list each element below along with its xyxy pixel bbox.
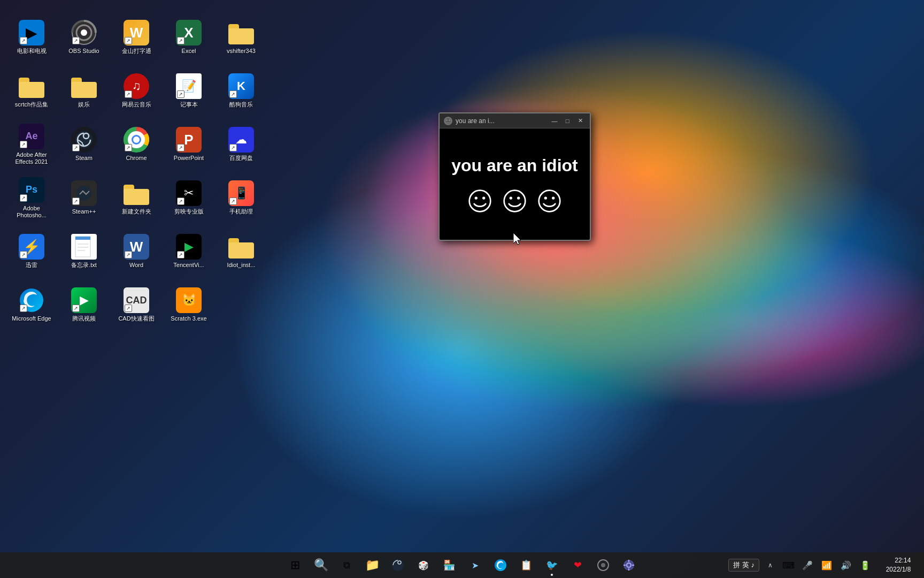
icon-row-1: ▶ ↗ 电影和电视 ↗ OBS Studio W bbox=[5, 11, 267, 64]
tray-volume-button[interactable]: 🔊 bbox=[838, 557, 853, 574]
popup-faces bbox=[468, 189, 561, 213]
icon-wps-typing[interactable]: W ↗ 金山打字通 bbox=[112, 13, 160, 62]
icon-kugou[interactable]: K ↗ 酷狗音乐 bbox=[217, 67, 265, 115]
icon-ps[interactable]: Ps ↗ Adobe Photosho... bbox=[7, 174, 56, 222]
clock-time: 22:14 bbox=[886, 556, 911, 565]
icon-row-5: ⚡ ↗ 迅雷 备忘录.txt W ↗ W bbox=[5, 225, 267, 278]
battery-icon: 🔋 bbox=[860, 560, 871, 571]
icon-tencent-video[interactable]: ▶ ↗ TencentVi... bbox=[165, 227, 213, 276]
svg-point-15 bbox=[445, 118, 451, 124]
icon-scratch-works[interactable]: scrtch作品集 bbox=[7, 67, 56, 115]
icon-cad-label: CAD快速看图 bbox=[118, 315, 154, 322]
icon-notepad-label: 记事本 bbox=[180, 101, 198, 108]
icon-xunlei[interactable]: ⚡ ↗ 迅雷 bbox=[7, 227, 56, 276]
taskbar-steam-button[interactable] bbox=[386, 553, 410, 577]
icon-ae[interactable]: Ae ↗ Adobe After Effects 2021 bbox=[7, 120, 56, 169]
icon-word-label: Word bbox=[129, 262, 143, 269]
icon-ps-label: Adobe Photosho... bbox=[10, 205, 53, 219]
icon-obs-label: OBS Studio bbox=[68, 48, 99, 55]
svg-point-24 bbox=[539, 190, 560, 211]
icon-row-3: Ae ↗ Adobe After Effects 2021 ↗ Steam bbox=[5, 118, 267, 171]
icon-jianying[interactable]: ✂ ↗ 剪映专业版 bbox=[165, 174, 213, 222]
icon-phone-ass[interactable]: 📱 ↗ 手机助理 bbox=[217, 174, 265, 222]
taskbar-edge-icon bbox=[494, 559, 507, 572]
icon-idiot-inst[interactable]: Idiot_inst... bbox=[217, 227, 265, 276]
icon-scratch3[interactable]: 🐱 Scratch 3.exe bbox=[165, 281, 213, 329]
icon-steampp[interactable]: ↗ Steam++ bbox=[60, 174, 108, 222]
icon-chrome[interactable]: ↗ Chrome bbox=[112, 120, 160, 169]
popup-maximize-button[interactable]: □ bbox=[562, 117, 573, 125]
taskbar-edge-button[interactable] bbox=[489, 553, 512, 577]
icon-entertainment-label: 娱乐 bbox=[78, 101, 90, 108]
taskbar-store-button[interactable]: 🏪 bbox=[437, 553, 461, 577]
icon-baidu-disk[interactable]: ☁ ↗ 百度网盘 bbox=[217, 120, 265, 169]
icon-entertainment[interactable]: 娱乐 bbox=[60, 67, 108, 115]
icon-netease-music[interactable]: ♫ ↗ 网易云音乐 bbox=[112, 67, 160, 115]
taskbar-clock[interactable]: 22:14 2022/1/8 bbox=[877, 553, 920, 577]
icon-vshifter[interactable]: vshifter343 bbox=[217, 13, 265, 62]
icon-excel-label: Excel bbox=[182, 48, 196, 55]
svg-point-22 bbox=[510, 196, 512, 199]
icon-txvideo[interactable]: ▶ ↗ 腾讯视频 bbox=[60, 281, 108, 329]
popup-window-controls: — □ ✕ bbox=[549, 117, 586, 125]
icon-cad[interactable]: CAD ↗ CAD快速看图 bbox=[112, 281, 160, 329]
taskbar-itchio-button[interactable]: 🎲 bbox=[412, 553, 435, 577]
active-indicator bbox=[551, 574, 553, 576]
smiley-face-1 bbox=[468, 189, 492, 213]
icon-notepad[interactable]: 📝 ↗ 记事本 bbox=[165, 67, 213, 115]
icon-xunlei-label: 迅雷 bbox=[26, 262, 37, 269]
icon-idiot-inst-label: Idiot_inst... bbox=[227, 262, 255, 269]
popup-minimize-button[interactable]: — bbox=[549, 117, 560, 125]
start-icon: ⊞ bbox=[290, 558, 300, 572]
icon-jianying-label: 剪映专业版 bbox=[174, 208, 204, 215]
icon-notes-txt[interactable]: 备忘录.txt bbox=[60, 227, 108, 276]
icon-baidu-disk-label: 百度网盘 bbox=[229, 155, 253, 162]
icon-wps-typing-label: 金山打字通 bbox=[122, 48, 151, 55]
mikado-icon: 🐦 bbox=[546, 559, 558, 571]
popup-title: you are an i... bbox=[456, 117, 549, 125]
icon-steam-label: Steam bbox=[75, 155, 93, 162]
taskbar-gear-app-button[interactable] bbox=[617, 553, 641, 577]
taskbar-taskview-button[interactable]: ⧉ bbox=[335, 553, 358, 577]
smiley-face-3 bbox=[537, 189, 561, 213]
icon-word[interactable]: W ↗ Word bbox=[112, 227, 160, 276]
ime-indicator[interactable]: 拼 英 ♪ bbox=[728, 559, 759, 572]
icon-ae-label: Adobe After Effects 2021 bbox=[10, 151, 53, 165]
icon-ppt-label: PowerPoint bbox=[174, 155, 204, 162]
tray-battery-button[interactable]: 🔋 bbox=[858, 557, 873, 574]
icon-ppt[interactable]: P ↗ PowerPoint bbox=[165, 120, 213, 169]
popup-close-button[interactable]: ✕ bbox=[575, 117, 586, 125]
taskbar-circle-app-button[interactable] bbox=[591, 553, 615, 577]
tray-wifi-button[interactable]: 📶 bbox=[819, 557, 834, 574]
popup-message: you are an idiot bbox=[451, 156, 578, 176]
icon-film[interactable]: ▶ ↗ 电影和电视 bbox=[7, 13, 56, 62]
tray-mic-button[interactable]: 🎤 bbox=[800, 557, 815, 574]
taskbar-search-button[interactable]: 🔍 bbox=[309, 553, 333, 577]
mic-icon: 🎤 bbox=[802, 560, 813, 571]
icon-film-label: 电影和电视 bbox=[17, 48, 47, 55]
heart-icon: ❤ bbox=[574, 559, 582, 571]
icon-scratch3-label: Scratch 3.exe bbox=[171, 315, 206, 322]
svg-point-7 bbox=[133, 136, 140, 143]
icon-steam[interactable]: ↗ Steam bbox=[60, 120, 108, 169]
taskview-icon: ⧉ bbox=[343, 560, 350, 571]
taskbar-mikado-button[interactable]: 🐦 bbox=[540, 553, 564, 577]
explorer-icon: 📁 bbox=[365, 558, 380, 572]
icon-obs[interactable]: ↗ OBS Studio bbox=[60, 13, 108, 62]
svg-rect-10 bbox=[75, 237, 90, 240]
icon-notes-txt-label: 备忘录.txt bbox=[71, 262, 97, 269]
taskbar-heart-button[interactable]: ❤ bbox=[566, 553, 589, 577]
tray-chevron-button[interactable]: ∧ bbox=[764, 557, 776, 574]
taskbar-start-button[interactable]: ⊞ bbox=[283, 553, 307, 577]
icon-scratch-works-label: scrtch作品集 bbox=[15, 101, 48, 108]
taskbar-explorer-button[interactable]: 📁 bbox=[360, 553, 384, 577]
icon-excel[interactable]: X ↗ Excel bbox=[165, 13, 213, 62]
taskbar-clipboard-button[interactable]: 📋 bbox=[514, 553, 538, 577]
svg-point-31 bbox=[601, 563, 605, 567]
icon-new-folder[interactable]: 新建文件夹 bbox=[112, 174, 160, 222]
taskbar-pointer-button[interactable]: ➤ bbox=[463, 553, 487, 577]
popup-window: you are an i... — □ ✕ you are an idiot bbox=[438, 112, 591, 241]
svg-point-23 bbox=[517, 196, 520, 199]
tray-keyboard-button[interactable]: ⌨ bbox=[781, 557, 796, 574]
icon-edge[interactable]: ↗ Microsoft Edge bbox=[7, 281, 56, 329]
